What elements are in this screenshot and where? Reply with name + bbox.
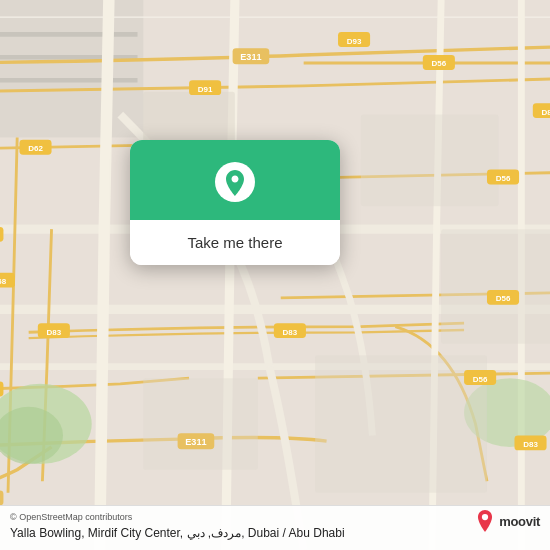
popup-header: [130, 140, 340, 220]
svg-rect-49: [0, 490, 3, 505]
svg-text:D56: D56: [496, 294, 511, 303]
svg-text:D68: D68: [0, 277, 7, 286]
moovit-logo: moovit: [474, 510, 540, 532]
map-container: E311 D93 D91 D62 D56 D89 D62 D56 D68: [0, 0, 550, 550]
openstreetmap-credit: © OpenStreetMap contributors: [10, 512, 540, 522]
svg-rect-14: [441, 229, 550, 344]
svg-rect-13: [361, 115, 499, 207]
moovit-pin-icon: [474, 510, 496, 532]
copyright-symbol: ©: [10, 512, 17, 522]
svg-rect-15: [315, 355, 487, 493]
svg-text:E311: E311: [240, 52, 261, 62]
svg-text:D89: D89: [541, 108, 550, 117]
svg-text:D56: D56: [496, 174, 511, 183]
attribution-bar: © OpenStreetMap contributors Yalla Bowli…: [0, 505, 550, 550]
svg-text:D93: D93: [347, 37, 362, 46]
osm-link[interactable]: OpenStreetMap contributors: [19, 512, 132, 522]
svg-text:D62: D62: [28, 144, 43, 153]
svg-text:D56: D56: [473, 375, 488, 384]
take-me-there-button[interactable]: Take me there: [130, 220, 340, 265]
svg-rect-16: [143, 378, 258, 470]
moovit-brand-text: moovit: [499, 514, 540, 529]
svg-text:D56: D56: [431, 59, 446, 68]
svg-rect-29: [0, 227, 3, 242]
svg-text:E311: E311: [185, 437, 206, 447]
place-name: Yalla Bowling, Mirdif City Center, مردف,…: [10, 525, 540, 542]
map-background: E311 D93 D91 D62 D56 D89 D62 D56 D68: [0, 0, 550, 550]
popup-card: Take me there: [130, 140, 340, 265]
svg-text:D83: D83: [283, 328, 298, 337]
svg-point-52: [482, 514, 488, 520]
svg-text:D83: D83: [523, 440, 538, 449]
svg-text:D83: D83: [46, 328, 61, 337]
svg-text:D91: D91: [198, 85, 213, 94]
location-pin-icon: [213, 160, 257, 204]
svg-rect-43: [0, 382, 3, 397]
